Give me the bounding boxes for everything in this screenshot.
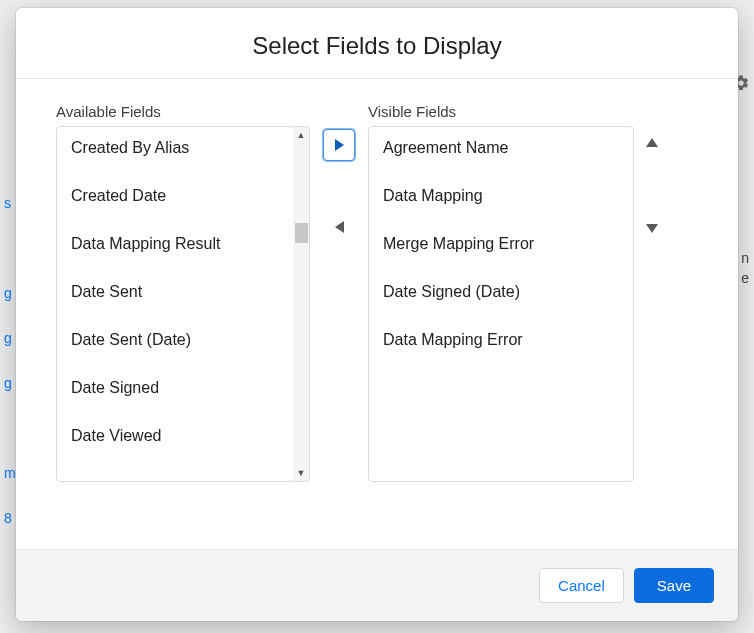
bg-text: 8 [4,510,12,526]
list-item[interactable]: Created By Alias [57,133,293,172]
reorder-buttons [634,103,670,539]
list-item[interactable]: Created Date [57,172,293,220]
list-item[interactable]: Data Mapping Result [57,220,293,268]
visible-fields-label: Visible Fields [368,103,634,120]
modal-title: Select Fields to Display [32,32,722,60]
bg-text: m [4,465,16,481]
list-item[interactable]: Date Signed (Date) [369,268,633,316]
transfer-buttons [310,103,368,539]
visible-fields-listbox[interactable]: Agreement Name Data Mapping Merge Mappin… [368,126,634,482]
modal-header: Select Fields to Display [16,8,738,79]
available-fields-column: Available Fields Created By Alias Create… [56,103,310,539]
list-item[interactable]: Agreement Name [369,133,633,172]
list-item[interactable]: Date Viewed [57,412,293,460]
modal-body: Available Fields Created By Alias Create… [16,79,738,549]
list-item[interactable]: Data Mapping [369,172,633,220]
move-down-button[interactable] [639,215,665,241]
available-scrollbar[interactable]: ▲ ▼ [293,126,310,482]
list-item[interactable]: Merge Mapping Error [369,220,633,268]
chevron-down-icon [646,224,658,233]
scroll-down-icon[interactable]: ▼ [293,466,309,480]
available-fields-listbox[interactable]: Created By Alias Created Date Data Mappi… [56,126,294,482]
chevron-left-icon [335,221,344,233]
chevron-right-icon [335,139,344,151]
list-item[interactable]: Data Mapping Error [369,316,633,364]
page-backdrop: s g g g m 8 n e Select Fields to Display… [0,0,754,633]
move-left-button[interactable] [323,211,355,243]
list-item[interactable]: Date Sent [57,268,293,316]
bg-text: n [741,250,749,266]
scroll-up-icon[interactable]: ▲ [293,128,309,142]
scrollbar-thumb[interactable] [295,223,308,243]
bg-text: g [4,330,12,346]
visible-fields-column: Visible Fields Agreement Name Data Mappi… [368,103,634,539]
save-button[interactable]: Save [634,568,714,603]
move-right-button[interactable] [323,129,355,161]
select-fields-modal: Select Fields to Display Available Field… [16,8,738,621]
bg-text: s [4,195,11,211]
modal-footer: Cancel Save [16,549,738,621]
bg-text: g [4,285,12,301]
bg-text: e [741,270,749,286]
available-fields-label: Available Fields [56,103,310,120]
cancel-button[interactable]: Cancel [539,568,624,603]
chevron-up-icon [646,138,658,147]
list-item[interactable]: Date Signed [57,364,293,412]
move-up-button[interactable] [639,129,665,155]
bg-text: g [4,375,12,391]
list-item[interactable]: Date Sent (Date) [57,316,293,364]
